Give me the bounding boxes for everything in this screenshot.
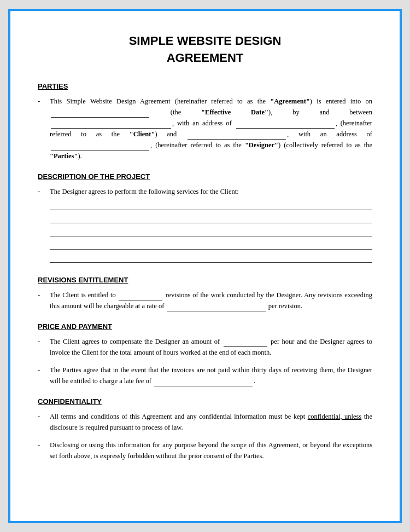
- service-line-1: [50, 199, 372, 210]
- bullet-dash-7: -: [38, 440, 48, 450]
- document-title: SIMPLE WEBSITE DESIGN AGREEMENT: [38, 33, 372, 67]
- confidentiality-text-2: Disclosing or using this information for…: [50, 440, 372, 461]
- document-container: SIMPLE WEBSITE DESIGN AGREEMENT PARTIES …: [8, 9, 402, 523]
- section-heading-description: DESCRIPTION OF THE PROJECT: [38, 172, 372, 181]
- price-bullet-1: - The Client agrees to compensate the De…: [38, 336, 372, 358]
- revisions-text: The Client is entitled to revisions of t…: [50, 290, 372, 311]
- service-line-5: [50, 252, 372, 263]
- price-text-2: The Parties agree that in the event that…: [50, 365, 372, 386]
- bullet-dash-5: -: [38, 365, 48, 375]
- description-bullet-1: - The Designer agrees to perform the fol…: [38, 186, 372, 265]
- section-heading-revisions: REVISIONS ENTITLEMENT: [38, 276, 372, 284]
- bullet-dash: -: [38, 96, 48, 107]
- bullet-dash-2: -: [38, 186, 48, 197]
- parties-bullet-1: - This Simple Website Design Agreement (…: [38, 96, 372, 161]
- parties-text: This Simple Website Design Agreement (he…: [50, 96, 372, 161]
- price-bullet-2: - The Parties agree that in the event th…: [38, 365, 372, 386]
- revisions-bullet-1: - The Client is entitled to revisions of…: [38, 290, 372, 311]
- services-lines-block: [50, 199, 372, 263]
- section-heading-price: PRICE AND PAYMENT: [38, 322, 372, 331]
- bullet-dash-4: -: [38, 336, 48, 347]
- confidentiality-bullet-2: - Disclosing or using this information f…: [38, 440, 372, 461]
- section-heading-confidentiality: CONFIDENTIALITY: [38, 397, 372, 406]
- service-line-3: [50, 225, 372, 236]
- description-text: The Designer agrees to perform the follo…: [50, 186, 372, 265]
- section-heading-parties: PARTIES: [38, 82, 372, 90]
- bullet-dash-3: -: [38, 290, 48, 300]
- confidentiality-bullet-1: - All terms and conditions of this Agree…: [38, 411, 372, 433]
- service-line-2: [50, 212, 372, 223]
- bullet-dash-6: -: [38, 411, 48, 422]
- price-text-1: The Client agrees to compensate the Desi…: [50, 336, 372, 358]
- confidentiality-text-1: All terms and conditions of this Agreeme…: [50, 411, 372, 433]
- service-line-4: [50, 239, 372, 250]
